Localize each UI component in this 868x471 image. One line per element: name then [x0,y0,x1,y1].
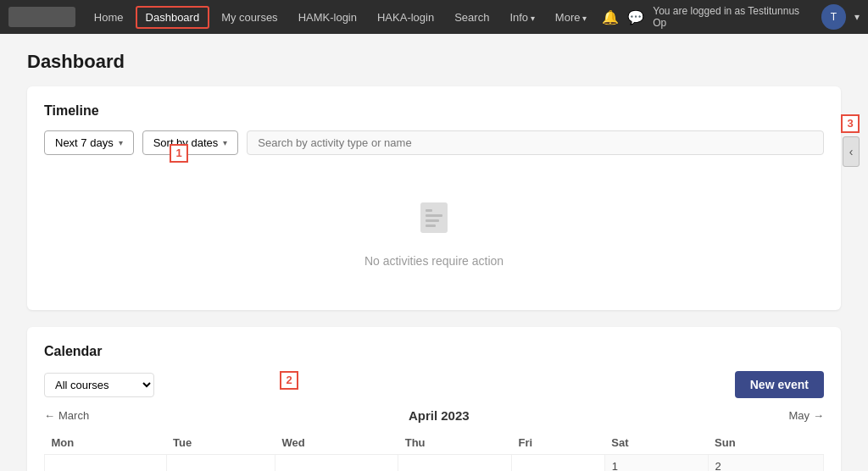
main-content: Dashboard Timeline Next 7 days Sort by d… [10,34,858,471]
new-event-button[interactable]: New event [735,371,824,398]
svg-rect-0 [420,202,448,233]
col-sun: Sun [708,431,823,455]
annotation-2: 2 [280,371,298,390]
nav-home[interactable]: Home [86,8,132,27]
filter-label: Next 7 days [55,136,114,149]
nav-info[interactable]: Info [501,8,542,27]
current-month-title: April 2023 [89,408,788,423]
cell-1-fri[interactable] [512,455,605,472]
cell-1-mon[interactable] [45,455,167,472]
nav-my-courses[interactable]: My courses [213,8,286,27]
col-mon: Mon [45,431,167,455]
col-wed: Wed [275,431,398,455]
nav-hamk-login[interactable]: HAMK-login [290,8,365,27]
col-sat: Sat [604,431,708,455]
next-7-days-dropdown[interactable]: Next 7 days [44,130,134,155]
prev-month-label: March [58,409,89,422]
cell-1-wed[interactable] [275,455,398,472]
sidebar-toggle-area: 3 ‹ [841,114,860,167]
timeline-card: Timeline Next 7 days Sort by dates [27,86,841,310]
svg-rect-1 [426,209,432,212]
bell-icon[interactable]: 🔔 [602,9,619,25]
nav-search[interactable]: Search [446,8,498,27]
activity-search-input[interactable] [247,130,824,155]
svg-rect-4 [426,224,436,227]
annotation-1: 1 [170,144,188,163]
col-fri: Fri [512,431,605,455]
chat-icon[interactable]: 💬 [627,9,644,25]
calendar-week-1: 1 2 [45,455,824,472]
annotation-3: 3 [841,114,860,133]
nav-dashboard[interactable]: Dashboard [136,6,210,29]
nav-haka-login[interactable]: HAKA-login [369,8,442,27]
timeline-toolbar: Next 7 days Sort by dates [44,130,824,155]
col-tue: Tue [166,431,275,455]
navbar: Home Dashboard My courses HAMK-login HAK… [0,0,868,34]
brand-logo [8,7,75,27]
next-month-label: May [788,409,810,422]
next-month-button[interactable]: May → [788,409,824,422]
cell-1-sat[interactable]: 1 [604,455,708,472]
no-activities-text: No activities require action [364,254,504,268]
calendar-grid: Mon Tue Wed Thu Fri Sat Sun [44,431,824,471]
calendar-controls: All courses 2 New event [44,371,824,398]
timeline-title: Timeline [44,103,824,119]
month-navigation: ← March April 2023 May → [44,408,824,423]
calendar-card: Calendar All courses 2 New event ← March… [27,327,841,471]
empty-list-icon [414,197,454,246]
cell-1-sun[interactable]: 2 [708,455,823,472]
col-thu: Thu [398,431,512,455]
sidebar-collapse-button[interactable]: ‹ [843,136,860,167]
username-label: You are logged in as Testitunnus Op [653,5,812,29]
cell-1-thu[interactable] [398,455,512,472]
right-arrow-icon: → [813,409,824,422]
avatar[interactable]: T [821,4,846,30]
svg-rect-3 [426,219,439,222]
avatar-menu-toggle[interactable]: ▾ [854,11,860,23]
svg-rect-2 [426,214,442,217]
calendar-title: Calendar [44,344,824,359]
page-title: Dashboard [27,51,841,73]
timeline-empty-state: No activities require action [44,172,824,293]
nav-more[interactable]: More [547,8,595,27]
sort-by-dates-dropdown[interactable]: Sort by dates [142,130,239,155]
cell-1-tue[interactable] [166,455,275,472]
prev-month-button[interactable]: ← March [44,409,89,422]
left-arrow-icon: ← [44,409,55,422]
course-filter-select[interactable]: All courses [44,373,154,397]
